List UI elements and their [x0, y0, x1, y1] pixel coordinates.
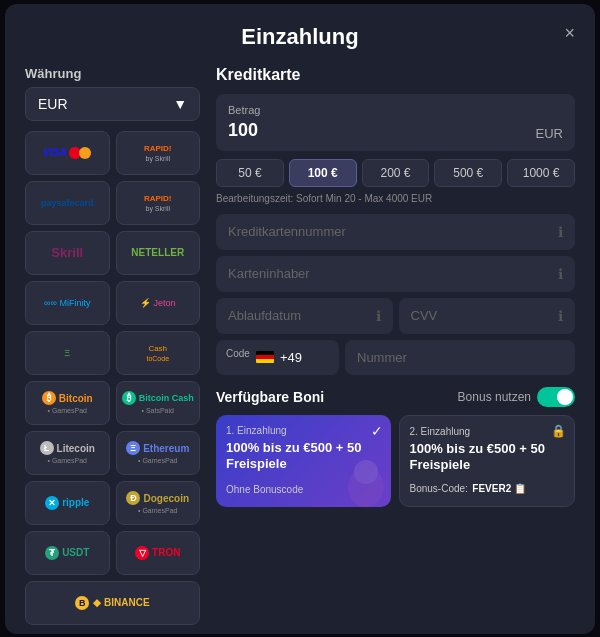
bitcoin-sub: • GamesPad — [48, 407, 87, 414]
amount-value[interactable]: 100 — [228, 120, 260, 141]
info-icon-cvv: ℹ — [558, 308, 563, 324]
modal-title: Einzahlung — [25, 24, 575, 50]
card-holder-field[interactable]: Karteninhaber ℹ — [216, 256, 575, 292]
mastercard-logo — [69, 147, 91, 159]
payment-bitcoin-cash[interactable]: ₿ Bitcoin Cash • SatsPaid — [116, 381, 201, 425]
payment-visa-mc[interactable]: VISA — [25, 131, 110, 175]
svg-point-1 — [354, 460, 378, 484]
cashtocode-sub: toCode — [146, 355, 169, 362]
payment-litecoin[interactable]: Ł Litecoin • GamesPad — [25, 431, 110, 475]
phone-code-display: +49 — [256, 348, 302, 367]
rapid2-sub: by Skrill — [145, 205, 170, 212]
code-label: Code — [226, 348, 250, 365]
toggle-switch[interactable] — [537, 387, 575, 407]
boni-card-second[interactable]: 🔒 2. Einzahlung 100% bis zu €500 + 50 Fr… — [399, 415, 576, 508]
bitcoin-icon: ₿ — [42, 391, 56, 405]
first-deposit-amount: 100% bis zu €500 + 50 — [226, 440, 381, 457]
deposit-modal: Einzahlung × Währung EUR ▼ VISA — [5, 4, 595, 634]
flag-germany — [256, 351, 274, 363]
payment-mifinity[interactable]: ∞∞ MiFinity — [25, 281, 110, 325]
boni-header: Verfügbare Boni Bonus nutzen — [216, 387, 575, 407]
dogecoin-sub: • GamesPad — [138, 507, 177, 514]
toggle-label: Bonus nutzen — [458, 390, 531, 404]
payment-jeton[interactable]: ⚡ Jeton — [116, 281, 201, 325]
payment-section-title: Kreditkarte — [216, 66, 575, 84]
ethereum-icon: Ξ — [126, 441, 140, 455]
right-column: Kreditkarte Betrag 100 EUR 50 € 100 € 20… — [216, 66, 575, 625]
payment-cashtocode[interactable]: Cash toCode — [116, 331, 201, 375]
jeton-logo: ⚡ Jeton — [140, 298, 176, 308]
tron-label: TRON — [152, 547, 180, 558]
amount-buttons: 50 € 100 € 200 € 500 € 1000 € — [216, 159, 575, 187]
check-icon: ✓ — [371, 423, 383, 439]
phone-row: Code +49 Nummer — [216, 340, 575, 375]
neteller-logo: NETELLER — [131, 247, 184, 258]
second-deposit-code-value: FEVER2 📋 — [472, 483, 526, 494]
usdt-icon: ₮ — [45, 546, 59, 560]
payment-ecoin[interactable]: Ξ — [25, 331, 110, 375]
second-deposit-amount: 100% bis zu €500 + 50 — [410, 441, 565, 458]
mifinity-logo: ∞∞ MiFinity — [44, 298, 90, 308]
payment-rapid2[interactable]: RAPID! by Skrill — [116, 181, 201, 225]
amount-box: Betrag 100 EUR — [216, 94, 575, 151]
dogecoin-label: Dogecoin — [143, 493, 189, 504]
amount-btn-100[interactable]: 100 € — [289, 159, 357, 187]
modal-body: Währung EUR ▼ VISA — [25, 66, 575, 625]
phone-code-field[interactable]: Code +49 — [216, 340, 339, 375]
litecoin-sub: • GamesPad — [48, 457, 87, 464]
left-column: Währung EUR ▼ VISA — [25, 66, 200, 625]
amount-btn-500[interactable]: 500 € — [434, 159, 502, 187]
expiry-label: Ablaufdatum — [228, 308, 301, 323]
lock-icon: 🔒 — [551, 424, 566, 438]
phone-number-label: Nummer — [357, 350, 407, 365]
bitcoin-cash-icon: ₿ — [122, 391, 136, 405]
payment-tron[interactable]: ▽ TRON — [116, 531, 201, 575]
payment-rapid-skrill[interactable]: RAPID! by Skrill — [116, 131, 201, 175]
phone-number-field[interactable]: Nummer — [345, 340, 575, 375]
info-icon-expiry: ℹ — [376, 308, 381, 324]
ripple-icon: ✕ — [45, 496, 59, 510]
litecoin-icon: Ł — [40, 441, 54, 455]
ethereum-sub: • GamesPad — [138, 457, 177, 464]
visa-logo: VISA — [43, 147, 66, 158]
payment-paysafe[interactable]: paysafecard — [25, 181, 110, 225]
rapid-sub: by Skrill — [145, 155, 170, 162]
card-holder-label: Karteninhaber — [228, 266, 310, 281]
ethereum-label: Ethereum — [143, 443, 189, 454]
close-button[interactable]: × — [564, 24, 575, 42]
payment-binance[interactable]: B ◆ BINANCE — [25, 581, 200, 625]
amount-btn-1000[interactable]: 1000 € — [507, 159, 575, 187]
payment-neteller[interactable]: NETELLER — [116, 231, 201, 275]
first-deposit-sub: Ohne Bonuscode — [226, 484, 303, 495]
expiry-field[interactable]: Ablaufdatum ℹ — [216, 298, 393, 334]
mascot-decoration — [341, 457, 391, 507]
dogecoin-icon: Ð — [126, 491, 140, 505]
chevron-down-icon: ▼ — [173, 96, 187, 112]
rapid-logo: RAPID! — [144, 144, 172, 153]
second-deposit-amount2: Freispiele — [410, 457, 565, 474]
boni-section: Verfügbare Boni Bonus nutzen ✓ 1. E — [216, 387, 575, 508]
expiry-cvv-row: Ablaufdatum ℹ CVV ℹ — [216, 298, 575, 334]
bitcoin-cash-label: Bitcoin Cash — [139, 393, 194, 403]
usdt-label: USDT — [62, 547, 89, 558]
payment-ripple[interactable]: ✕ ripple — [25, 481, 110, 525]
payment-ethereum[interactable]: Ξ Ethereum • GamesPad — [116, 431, 201, 475]
amount-btn-50[interactable]: 50 € — [216, 159, 284, 187]
payment-skrill[interactable]: Skrill — [25, 231, 110, 275]
amount-btn-200[interactable]: 200 € — [362, 159, 430, 187]
modal-overlay: Einzahlung × Währung EUR ▼ VISA — [0, 0, 600, 637]
card-number-field[interactable]: Kreditkartennummer ℹ — [216, 214, 575, 250]
litecoin-label: Litecoin — [57, 443, 95, 454]
payment-usdt[interactable]: ₮ USDT — [25, 531, 110, 575]
tron-icon: ▽ — [135, 546, 149, 560]
payment-dogecoin[interactable]: Ð Dogecoin • GamesPad — [116, 481, 201, 525]
cvv-label: CVV — [411, 308, 438, 323]
boni-card-first[interactable]: ✓ 1. Einzahlung 100% bis zu €500 + 50 Fr… — [216, 415, 391, 508]
info-icon-holder: ℹ — [558, 266, 563, 282]
payment-bitcoin[interactable]: ₿ Bitcoin • GamesPad — [25, 381, 110, 425]
modal-header: Einzahlung × — [25, 24, 575, 50]
cvv-field[interactable]: CVV ℹ — [399, 298, 576, 334]
cashtocode-logo: Cash — [148, 344, 167, 353]
bitcoin-cash-sub: • SatsPaid — [142, 407, 174, 414]
currency-select[interactable]: EUR ▼ — [25, 87, 200, 121]
